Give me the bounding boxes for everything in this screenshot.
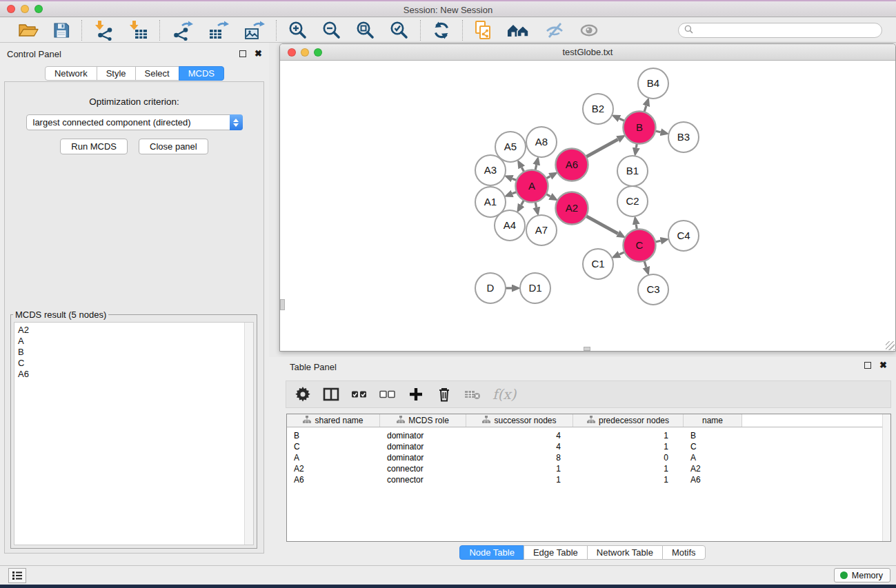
delete-table-icon[interactable] — [464, 388, 481, 401]
table-row[interactable]: Bdominator41B — [287, 430, 890, 441]
graph-node-A3[interactable]: A3 — [475, 155, 506, 185]
refresh-icon[interactable] — [432, 21, 451, 40]
close-table-panel-icon[interactable]: ✖ — [879, 362, 887, 369]
cell-predecessor-nodes[interactable]: 1 — [573, 475, 684, 485]
network-close-button[interactable] — [288, 48, 296, 57]
graph-node-A5[interactable]: A5 — [495, 132, 526, 162]
home-icon[interactable] — [506, 21, 530, 39]
graph-node-B2[interactable]: B2 — [583, 94, 613, 124]
task-history-button[interactable] — [8, 568, 26, 583]
tab-network[interactable]: Network — [45, 66, 97, 81]
mcds-result-item[interactable]: B — [14, 347, 253, 358]
column-header-shared-name[interactable]: shared name — [287, 414, 380, 427]
show-details-icon[interactable] — [579, 21, 599, 39]
column-header-successor-nodes[interactable]: successor nodes — [466, 414, 573, 427]
graph-node-B4[interactable]: B4 — [638, 68, 668, 99]
save-session-icon[interactable] — [52, 21, 70, 39]
table-tab-edge-table[interactable]: Edge Table — [524, 545, 588, 560]
graph-node-B3[interactable]: B3 — [668, 122, 699, 152]
zoom-selected-icon[interactable] — [389, 20, 409, 40]
graph-node-A2[interactable]: A2 — [556, 192, 588, 225]
column-header-name[interactable]: name — [684, 414, 742, 427]
open-session-icon[interactable] — [18, 22, 39, 39]
export-table-icon[interactable] — [207, 20, 229, 41]
zoom-fit-icon[interactable] — [355, 20, 375, 40]
network-graph[interactable]: B4B2BB3A8A5A6A3B1AC2A1A2A4A7C4CC1C3DD1 — [280, 61, 895, 351]
mcds-result-item[interactable]: A2 — [14, 325, 253, 336]
cell-name[interactable]: C — [684, 442, 742, 452]
network-zoom-button[interactable] — [314, 48, 322, 57]
list-scrollbar[interactable] — [244, 323, 253, 545]
cell-name[interactable]: A6 — [684, 475, 742, 485]
close-panel-button[interactable]: Close panel — [139, 139, 208, 154]
graph-node-A6[interactable]: A6 — [556, 149, 588, 181]
column-header-mcds-role[interactable]: MCDS role — [380, 414, 466, 427]
vertical-scrollbar-thumb[interactable] — [280, 299, 285, 310]
search-box[interactable] — [678, 23, 882, 38]
table-row[interactable]: Cdominator41C — [287, 441, 890, 452]
table-tab-network-table[interactable]: Network Table — [587, 545, 663, 560]
table-tab-motifs[interactable]: Motifs — [662, 545, 706, 560]
add-column-icon[interactable] — [408, 387, 424, 401]
search-input[interactable] — [697, 24, 882, 37]
cell-name[interactable]: A2 — [684, 464, 742, 474]
graph-node-C2[interactable]: C2 — [617, 186, 648, 216]
close-panel-icon[interactable]: ✖ — [255, 50, 262, 57]
cell-shared-name[interactable]: B — [287, 431, 380, 440]
edge-B-B4[interactable] — [644, 105, 646, 112]
cell-mcds-role[interactable]: dominator — [380, 453, 466, 463]
cell-successor-nodes[interactable]: 4 — [466, 431, 573, 440]
mcds-result-item[interactable]: A6 — [14, 369, 253, 380]
graph-node-D1[interactable]: D1 — [520, 273, 550, 303]
cell-mcds-role[interactable]: connector — [380, 475, 466, 485]
run-mcds-button[interactable]: Run MCDS — [60, 139, 128, 154]
mcds-result-item[interactable]: C — [14, 358, 253, 369]
cell-name[interactable]: A — [684, 453, 742, 463]
graph-node-B1[interactable]: B1 — [617, 156, 648, 186]
graph-node-A7[interactable]: A7 — [526, 215, 557, 245]
cell-mcds-role[interactable]: dominator — [380, 431, 466, 440]
cell-successor-nodes[interactable]: 4 — [466, 442, 573, 452]
export-image-icon[interactable] — [243, 20, 265, 41]
float-panel-icon[interactable] — [239, 50, 246, 57]
window-resize-grip[interactable] — [886, 341, 895, 350]
cell-successor-nodes[interactable]: 8 — [466, 453, 573, 463]
graph-node-C1[interactable]: C1 — [583, 249, 613, 279]
zoom-in-icon[interactable] — [288, 20, 308, 40]
graph-node-C[interactable]: C — [624, 230, 656, 262]
import-network-icon[interactable] — [93, 20, 114, 41]
edge-A2-C[interactable] — [586, 216, 618, 234]
graph-node-C3[interactable]: C3 — [638, 274, 668, 305]
function-builder-icon[interactable]: f(x) — [492, 386, 516, 403]
export-network-icon[interactable] — [171, 20, 193, 41]
cell-shared-name[interactable]: C — [287, 442, 380, 452]
memory-button[interactable]: Memory — [834, 568, 890, 582]
edge-C-C3[interactable] — [644, 261, 646, 267]
zoom-out-icon[interactable] — [321, 20, 341, 40]
graph-node-B[interactable]: B — [624, 112, 656, 144]
graph-node-A8[interactable]: A8 — [526, 127, 557, 157]
table-row[interactable]: Adominator80A — [287, 452, 890, 463]
minimize-window-button[interactable] — [21, 5, 29, 13]
edge-A6-B[interactable] — [586, 139, 618, 157]
network-window-titlebar[interactable]: testGlobe.txt — [280, 44, 895, 61]
column-header-predecessor-nodes[interactable]: predecessor nodes — [573, 414, 684, 427]
graph-node-A4[interactable]: A4 — [495, 210, 525, 241]
graph-node-A[interactable]: A — [516, 170, 548, 203]
cell-name[interactable]: B — [684, 431, 742, 440]
deselect-all-columns-icon[interactable] — [379, 389, 396, 399]
hide-details-icon[interactable] — [544, 21, 565, 39]
network-canvas[interactable]: B4B2BB3A8A5A6A3B1AC2A1A2A4A7C4CC1C3DD1 — [280, 61, 895, 351]
cell-predecessor-nodes[interactable]: 0 — [573, 453, 684, 463]
cell-predecessor-nodes[interactable]: 1 — [573, 442, 684, 452]
import-table-icon[interactable] — [128, 20, 148, 41]
table-settings-icon[interactable] — [295, 387, 311, 402]
delete-column-icon[interactable] — [436, 387, 452, 402]
criterion-select[interactable]: largest connected component (directed) — [26, 114, 243, 130]
close-window-button[interactable] — [7, 5, 15, 13]
table-row[interactable]: A6connector11A6 — [287, 474, 890, 485]
cell-mcds-role[interactable]: connector — [380, 464, 466, 474]
cell-shared-name[interactable]: A — [287, 453, 380, 463]
cell-predecessor-nodes[interactable]: 1 — [573, 464, 684, 474]
network-minimize-button[interactable] — [301, 48, 309, 57]
